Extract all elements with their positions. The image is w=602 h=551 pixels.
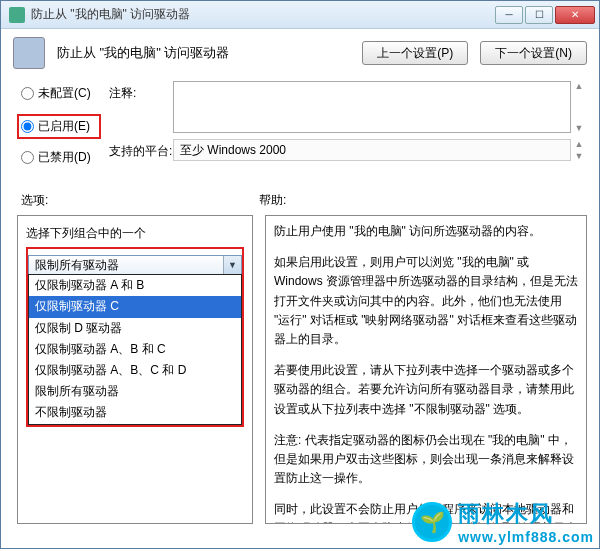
help-section-label: 帮助: [259, 192, 286, 209]
radio-not-configured-input[interactable] [21, 87, 34, 100]
close-button[interactable]: ✕ [555, 6, 595, 24]
help-panel: 防止用户使用 "我的电脑" 访问所选驱动器的内容。 如果启用此设置，则用户可以浏… [265, 215, 587, 524]
combo-selected-value: 限制所有驱动器 [29, 256, 223, 275]
help-paragraph: 防止用户使用 "我的电脑" 访问所选驱动器的内容。 [274, 222, 578, 241]
page-title: 防止从 "我的电脑" 访问驱动器 [57, 44, 350, 62]
drive-restriction-listbox[interactable]: 仅限制驱动器 A 和 B 仅限制驱动器 C 仅限制 D 驱动器 仅限制驱动器 A… [28, 274, 242, 424]
radio-enabled[interactable]: 已启用(E) [21, 118, 95, 135]
radio-enabled-label: 已启用(E) [38, 118, 90, 135]
maximize-button[interactable]: ☐ [525, 6, 553, 24]
comment-textarea[interactable] [173, 81, 571, 133]
policy-icon [13, 37, 45, 69]
platform-label: 支持的平台: [109, 139, 173, 161]
radio-not-configured[interactable]: 未配置(C) [21, 85, 101, 102]
combo-dropdown-icon[interactable]: ▼ [223, 256, 241, 274]
platform-scroll[interactable]: ▲▼ [571, 139, 587, 161]
supported-platform-box: 至少 Windows 2000 [173, 139, 571, 161]
minimize-button[interactable]: ─ [495, 6, 523, 24]
help-paragraph: 同时，此设置不会防止用户使用程序来访问本地驱动器和网络驱动器，也不会防止他们使用… [274, 500, 578, 523]
options-prompt: 选择下列组合中的一个 [26, 224, 244, 243]
list-item[interactable]: 仅限制 D 驱动器 [29, 318, 241, 339]
radio-disabled[interactable]: 已禁用(D) [21, 149, 101, 166]
list-item[interactable]: 仅限制驱动器 A、B 和 C [29, 339, 241, 360]
radio-not-configured-label: 未配置(C) [38, 85, 91, 102]
list-item[interactable]: 仅限制驱动器 A、B、C 和 D [29, 360, 241, 381]
drive-restriction-combo[interactable]: 限制所有驱动器 ▼ [28, 255, 242, 275]
comment-label: 注释: [109, 81, 173, 133]
list-item[interactable]: 不限制驱动器 [29, 402, 241, 423]
list-item[interactable]: 仅限制驱动器 C [29, 296, 241, 317]
radio-enabled-input[interactable] [21, 120, 34, 133]
window-title: 防止从 "我的电脑" 访问驱动器 [31, 6, 495, 23]
list-item[interactable]: 仅限制驱动器 A 和 B [29, 275, 241, 296]
previous-setting-button[interactable]: 上一个设置(P) [362, 41, 468, 65]
help-paragraph: 若要使用此设置，请从下拉列表中选择一个驱动器或多个驱动器的组合。若要允许访问所有… [274, 361, 578, 419]
list-item[interactable]: 限制所有驱动器 [29, 381, 241, 402]
help-paragraph: 如果启用此设置，则用户可以浏览 "我的电脑" 或 Windows 资源管理器中所… [274, 253, 578, 349]
help-paragraph: 注意: 代表指定驱动器的图标仍会出现在 "我的电脑" 中，但是如果用户双击这些图… [274, 431, 578, 489]
radio-disabled-label: 已禁用(D) [38, 149, 91, 166]
platform-value: 至少 Windows 2000 [180, 142, 286, 159]
next-setting-button[interactable]: 下一个设置(N) [480, 41, 587, 65]
options-panel: 选择下列组合中的一个 限制所有驱动器 ▼ 仅限制驱动器 A 和 B 仅限制驱动器… [17, 215, 253, 524]
app-small-icon [9, 7, 25, 23]
comment-scroll[interactable]: ▲▼ [571, 81, 587, 133]
radio-disabled-input[interactable] [21, 151, 34, 164]
options-section-label: 选项: [21, 192, 259, 209]
titlebar: 防止从 "我的电脑" 访问驱动器 ─ ☐ ✕ [1, 1, 599, 29]
